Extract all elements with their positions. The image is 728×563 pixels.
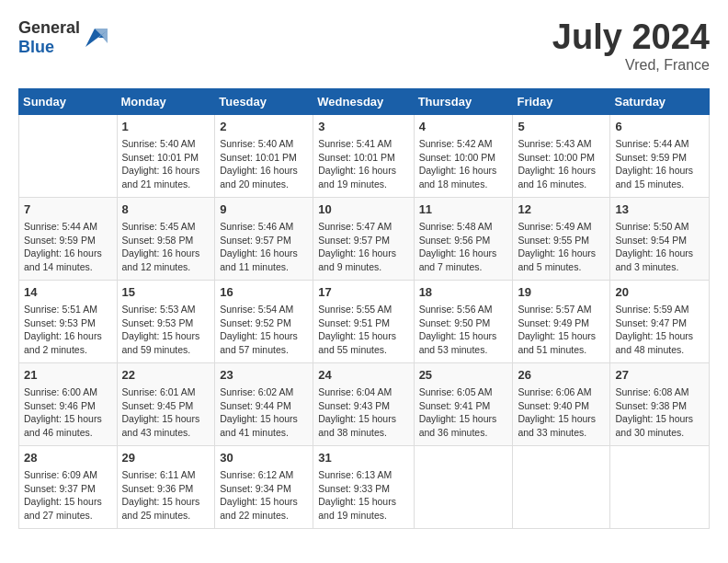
calendar-cell: 15Sunrise: 5:53 AM Sunset: 9:53 PM Dayli… (117, 280, 215, 362)
calendar-week-row: 28Sunrise: 6:09 AM Sunset: 9:37 PM Dayli… (19, 445, 710, 528)
cell-info: Sunrise: 5:54 AM Sunset: 9:52 PM Dayligh… (220, 303, 308, 357)
calendar-cell (610, 445, 710, 528)
cell-info: Sunrise: 6:00 AM Sunset: 9:46 PM Dayligh… (24, 385, 112, 440)
calendar-cell: 31Sunrise: 6:13 AM Sunset: 9:33 PM Dayli… (313, 445, 414, 528)
header-row: SundayMondayTuesdayWednesdayThursdayFrid… (19, 88, 710, 114)
day-number: 21 (24, 367, 112, 384)
day-number: 30 (220, 450, 308, 466)
day-number: 24 (318, 367, 408, 384)
cell-info: Sunrise: 6:01 AM Sunset: 9:45 PM Dayligh… (122, 385, 210, 440)
logo-text: General Blue (18, 18, 80, 57)
cell-info: Sunrise: 6:06 AM Sunset: 9:40 PM Dayligh… (518, 385, 605, 440)
calendar-cell: 11Sunrise: 5:48 AM Sunset: 9:56 PM Dayli… (414, 197, 513, 280)
day-number: 3 (318, 119, 408, 135)
cell-info: Sunrise: 5:53 AM Sunset: 9:53 PM Dayligh… (122, 303, 210, 357)
calendar-cell: 7Sunrise: 5:44 AM Sunset: 9:59 PM Daylig… (19, 197, 118, 280)
day-number: 8 (122, 201, 210, 218)
cell-info: Sunrise: 5:56 AM Sunset: 9:50 PM Dayligh… (419, 303, 508, 357)
logo-icon (82, 25, 108, 51)
weekday-header: Sunday (19, 88, 118, 114)
cell-info: Sunrise: 5:45 AM Sunset: 9:58 PM Dayligh… (122, 220, 210, 274)
calendar-cell: 1Sunrise: 5:40 AM Sunset: 10:01 PM Dayli… (117, 114, 215, 197)
cell-info: Sunrise: 5:43 AM Sunset: 10:00 PM Daylig… (518, 137, 605, 191)
day-number: 4 (419, 119, 508, 135)
calendar-cell: 12Sunrise: 5:49 AM Sunset: 9:55 PM Dayli… (513, 197, 610, 280)
cell-info: Sunrise: 6:11 AM Sunset: 9:36 PM Dayligh… (122, 468, 210, 523)
calendar-cell (513, 445, 610, 528)
calendar-cell: 26Sunrise: 6:06 AM Sunset: 9:40 PM Dayli… (513, 362, 610, 445)
calendar-cell (19, 114, 118, 197)
day-number: 18 (419, 284, 508, 301)
day-number: 20 (615, 284, 704, 301)
cell-info: Sunrise: 5:59 AM Sunset: 9:47 PM Dayligh… (615, 303, 704, 357)
cell-info: Sunrise: 5:51 AM Sunset: 9:53 PM Dayligh… (24, 303, 112, 357)
cell-info: Sunrise: 5:46 AM Sunset: 9:57 PM Dayligh… (220, 220, 308, 274)
calendar-cell: 29Sunrise: 6:11 AM Sunset: 9:36 PM Dayli… (117, 445, 215, 528)
day-number: 25 (419, 367, 508, 384)
day-number: 26 (518, 367, 605, 384)
day-number: 31 (318, 450, 408, 466)
calendar-week-row: 1Sunrise: 5:40 AM Sunset: 10:01 PM Dayli… (19, 114, 710, 197)
location: Vred, France (552, 57, 710, 74)
logo: General Blue (18, 18, 108, 57)
day-number: 12 (518, 201, 605, 218)
cell-info: Sunrise: 5:40 AM Sunset: 10:01 PM Daylig… (122, 137, 210, 191)
cell-info: Sunrise: 5:50 AM Sunset: 9:54 PM Dayligh… (615, 220, 704, 274)
weekday-header: Wednesday (313, 88, 414, 114)
calendar-cell: 19Sunrise: 5:57 AM Sunset: 9:49 PM Dayli… (513, 280, 610, 362)
logo-blue: Blue (18, 38, 54, 56)
calendar-cell: 28Sunrise: 6:09 AM Sunset: 9:37 PM Dayli… (19, 445, 118, 528)
day-number: 16 (220, 284, 308, 301)
day-number: 15 (122, 284, 210, 301)
cell-info: Sunrise: 6:05 AM Sunset: 9:41 PM Dayligh… (419, 385, 508, 440)
day-number: 9 (220, 201, 308, 218)
calendar-cell: 10Sunrise: 5:47 AM Sunset: 9:57 PM Dayli… (313, 197, 414, 280)
day-number: 27 (615, 367, 704, 384)
calendar-cell: 16Sunrise: 5:54 AM Sunset: 9:52 PM Dayli… (215, 280, 313, 362)
cell-info: Sunrise: 5:44 AM Sunset: 9:59 PM Dayligh… (24, 220, 112, 274)
day-number: 5 (518, 119, 605, 135)
day-number: 6 (615, 119, 704, 135)
calendar-cell: 4Sunrise: 5:42 AM Sunset: 10:00 PM Dayli… (414, 114, 513, 197)
day-number: 28 (24, 450, 112, 466)
calendar-cell: 9Sunrise: 5:46 AM Sunset: 9:57 PM Daylig… (215, 197, 313, 280)
calendar-cell: 6Sunrise: 5:44 AM Sunset: 9:59 PM Daylig… (610, 114, 710, 197)
day-number: 23 (220, 367, 308, 384)
calendar-cell: 5Sunrise: 5:43 AM Sunset: 10:00 PM Dayli… (513, 114, 610, 197)
title-block: July 2024 Vred, France (552, 18, 710, 74)
day-number: 29 (122, 450, 210, 466)
calendar-week-row: 7Sunrise: 5:44 AM Sunset: 9:59 PM Daylig… (19, 197, 710, 280)
calendar-cell: 30Sunrise: 6:12 AM Sunset: 9:34 PM Dayli… (215, 445, 313, 528)
cell-info: Sunrise: 5:44 AM Sunset: 9:59 PM Dayligh… (615, 137, 704, 191)
day-number: 7 (24, 201, 112, 218)
calendar-cell: 23Sunrise: 6:02 AM Sunset: 9:44 PM Dayli… (215, 362, 313, 445)
weekday-header: Tuesday (215, 88, 313, 114)
day-number: 17 (318, 284, 408, 301)
cell-info: Sunrise: 6:02 AM Sunset: 9:44 PM Dayligh… (220, 385, 308, 440)
calendar-cell: 24Sunrise: 6:04 AM Sunset: 9:43 PM Dayli… (313, 362, 414, 445)
cell-info: Sunrise: 6:08 AM Sunset: 9:38 PM Dayligh… (615, 385, 704, 440)
cell-info: Sunrise: 6:09 AM Sunset: 9:37 PM Dayligh… (24, 468, 112, 523)
day-number: 1 (122, 119, 210, 135)
logo-general: General (18, 18, 80, 37)
calendar-cell: 22Sunrise: 6:01 AM Sunset: 9:45 PM Dayli… (117, 362, 215, 445)
cell-info: Sunrise: 5:40 AM Sunset: 10:01 PM Daylig… (220, 137, 308, 191)
calendar-week-row: 21Sunrise: 6:00 AM Sunset: 9:46 PM Dayli… (19, 362, 710, 445)
cell-info: Sunrise: 6:13 AM Sunset: 9:33 PM Dayligh… (318, 468, 408, 523)
weekday-header: Monday (117, 88, 215, 114)
day-number: 11 (419, 201, 508, 218)
calendar-cell: 14Sunrise: 5:51 AM Sunset: 9:53 PM Dayli… (19, 280, 118, 362)
cell-info: Sunrise: 5:55 AM Sunset: 9:51 PM Dayligh… (318, 303, 408, 357)
month-year: July 2024 (552, 18, 710, 57)
day-number: 14 (24, 284, 112, 301)
calendar-cell: 20Sunrise: 5:59 AM Sunset: 9:47 PM Dayli… (610, 280, 710, 362)
calendar-cell: 21Sunrise: 6:00 AM Sunset: 9:46 PM Dayli… (19, 362, 118, 445)
cell-info: Sunrise: 5:47 AM Sunset: 9:57 PM Dayligh… (318, 220, 408, 274)
calendar-table: SundayMondayTuesdayWednesdayThursdayFrid… (18, 88, 710, 529)
weekday-header: Saturday (610, 88, 710, 114)
cell-info: Sunrise: 5:48 AM Sunset: 9:56 PM Dayligh… (419, 220, 508, 274)
calendar-cell: 8Sunrise: 5:45 AM Sunset: 9:58 PM Daylig… (117, 197, 215, 280)
calendar-cell: 17Sunrise: 5:55 AM Sunset: 9:51 PM Dayli… (313, 280, 414, 362)
day-number: 2 (220, 119, 308, 135)
calendar-cell: 27Sunrise: 6:08 AM Sunset: 9:38 PM Dayli… (610, 362, 710, 445)
